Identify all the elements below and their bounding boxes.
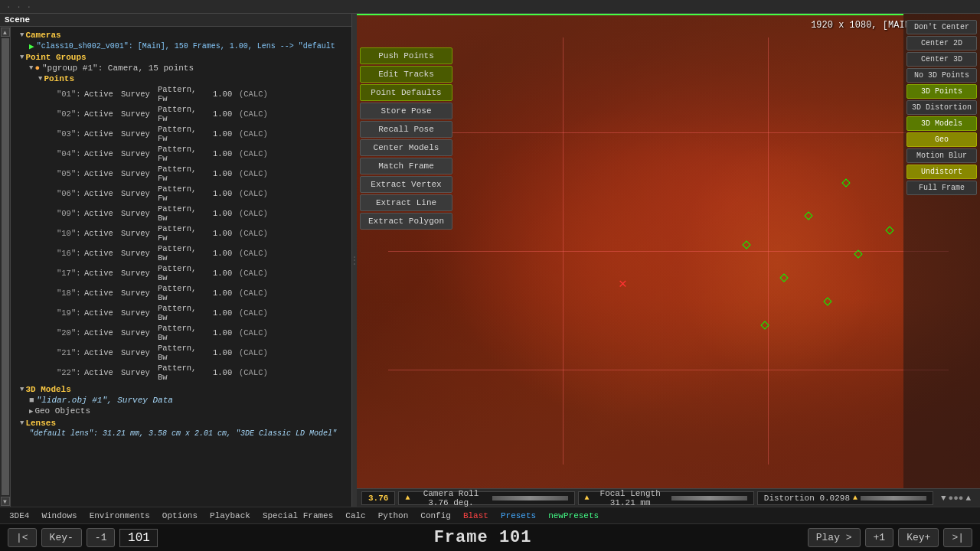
bottom-bar: |< Key- -1 Frame 101 Play > +1 Key+ >| <box>0 523 980 551</box>
scroll-thumb[interactable] <box>2 38 9 495</box>
point-row[interactable]: "20": Active Survey Pattern, Bw 1.00 (CA… <box>11 323 351 343</box>
full-frame-btn[interactable]: Full Frame <box>906 181 977 195</box>
menu-3de4[interactable]: 3DE4 <box>3 510 35 522</box>
geo-objects-label: Geo Objects <box>34 406 90 416</box>
frame-label: Frame 101 <box>434 528 532 547</box>
extract-vertex-btn[interactable]: Extract Vertex <box>360 176 452 193</box>
menu-config[interactable]: Config <box>414 510 457 522</box>
model-icon: ■ <box>29 396 34 405</box>
nav-key-prev-btn[interactable]: Key- <box>41 528 82 547</box>
roll-slider[interactable]: ▲ Camera Roll 3.76 deg. <box>398 491 574 505</box>
right-buttons-panel: Don't CenterCenter 2DCenter 3DNo 3D Poin… <box>903 14 980 488</box>
store-pose-btn[interactable]: Store Pose <box>360 103 452 119</box>
left-scrollbar[interactable]: ▲ ▼ <box>0 27 11 507</box>
menu-newpresets[interactable]: newPresets <box>542 510 605 522</box>
undistort-btn[interactable]: Undistort <box>906 165 977 179</box>
action-buttons-panel: Push PointsEdit TracksPoint DefaultsStor… <box>357 44 456 233</box>
point-groups-section[interactable]: ▼ Point Groups <box>11 52 351 63</box>
model-item[interactable]: ■ "lidar.obj #1", Survey Data <box>11 395 351 406</box>
point-row[interactable]: "01": Active Survey Pattern, Fw 1.00 (CA… <box>11 84 351 104</box>
top-bar-handle: · · · <box>0 2 38 11</box>
camera-item[interactable]: ▶ "class10_sh002_v001": [Main], 150 Fram… <box>11 41 351 52</box>
geo-objects-item[interactable]: ▶ Geo Objects <box>11 406 351 416</box>
motion-blur-btn[interactable]: Motion Blur <box>906 148 977 163</box>
match-frame-btn[interactable]: Match Frame <box>360 158 452 174</box>
scroll-down-btn[interactable]: ▼ <box>1 497 10 506</box>
focal-track <box>671 496 747 500</box>
point-row[interactable]: "19": Active Survey Pattern, Bw 1.00 (CA… <box>11 303 351 323</box>
nav-key-next-btn[interactable]: Key+ <box>898 528 939 547</box>
point-row[interactable]: "09": Active Survey Pattern, Bw 1.00 (CA… <box>11 204 351 223</box>
scene-tree: ▼ Cameras ▶ "class10_sh002_v001": [Main]… <box>11 27 351 507</box>
menu-items: 3DE4WindowsEnvironmentsOptionsPlaybackSp… <box>3 510 605 522</box>
nav-end-btn[interactable]: >| <box>943 528 972 547</box>
no-3d-points-btn[interactable]: No 3D Points <box>906 68 977 83</box>
point-row[interactable]: "03": Active Survey Pattern, Fw 1.00 (CA… <box>11 124 351 144</box>
dont-center-btn[interactable]: Don't Center <box>906 20 977 34</box>
point-row[interactable]: "21": Active Survey Pattern, Bw 1.00 (CA… <box>11 343 351 363</box>
3d-models-btn[interactable]: 3D Models <box>906 116 977 131</box>
menu-presets[interactable]: Presets <box>495 510 542 522</box>
camera-name: "class10_sh002_v001": [Main], 150 Frames… <box>37 42 335 51</box>
point-row[interactable]: "18": Active Survey Pattern, Bw 1.00 (CA… <box>11 283 351 303</box>
frame-number-input[interactable] <box>119 529 158 547</box>
point-row[interactable]: "02": Active Survey Pattern, Fw 1.00 (CA… <box>11 104 351 124</box>
menu-options[interactable]: Options <box>156 510 204 522</box>
cameras-label: Cameras <box>25 31 60 40</box>
push-points-btn[interactable]: Push Points <box>360 47 452 64</box>
distortion-track <box>861 496 926 500</box>
distortion-slider[interactable]: Distortion 0.0298 ▲ <box>757 491 933 505</box>
point-row[interactable]: "22": Active Survey Pattern, Bw 1.00 (CA… <box>11 363 351 383</box>
nav-start-btn[interactable]: |< <box>8 528 37 547</box>
pgroup-expand: ▼ <box>29 64 33 72</box>
focal-slider[interactable]: ▲ Focal Length 31.21 mm <box>578 491 754 505</box>
model-name: "lidar.obj #1", Survey Data <box>37 396 173 405</box>
geo-expand: ▶ <box>29 407 33 416</box>
nav-step-back-btn[interactable]: -1 <box>87 528 116 547</box>
extract-line-btn[interactable]: Extract Line <box>360 194 452 211</box>
3d-points-btn[interactable]: 3D Points <box>906 84 977 99</box>
cameras-section[interactable]: ▼ Cameras <box>11 30 351 41</box>
nav-play-btn[interactable]: Play > <box>808 528 861 547</box>
recall-pose-btn[interactable]: Recall Pose <box>360 121 452 138</box>
roll-status: 3.76 <box>361 491 395 505</box>
menu-special-frames[interactable]: Special Frames <box>256 510 339 522</box>
menu-python[interactable]: Python <box>372 510 415 522</box>
lenses-section[interactable]: ▼ Lenses <box>11 418 351 429</box>
menu-playback[interactable]: Playback <box>204 510 256 522</box>
point-row[interactable]: "10": Active Survey Pattern, Fw 1.00 (CA… <box>11 223 351 243</box>
nav-step-fwd-btn[interactable]: +1 <box>865 528 894 547</box>
scroll-up-btn[interactable]: ▲ <box>1 28 10 37</box>
center-3d-btn[interactable]: Center 3D <box>906 52 977 67</box>
pgroup-name: "pgroup #1": Camera, 15 points <box>42 64 194 73</box>
menu-calc[interactable]: Calc <box>339 510 371 522</box>
lens-item[interactable]: "default lens": 31.21 mm, 3.58 cm x 2.01… <box>11 429 351 439</box>
models-section[interactable]: ▼ 3D Models <box>11 384 351 395</box>
point-row[interactable]: "04": Active Survey Pattern, Fw 1.00 (CA… <box>11 144 351 164</box>
center-2d-btn[interactable]: Center 2D <box>906 36 977 51</box>
points-section[interactable]: ▼ Points <box>11 73 351 84</box>
roll-track <box>492 496 568 500</box>
center-models-btn[interactable]: Center Models <box>360 139 452 156</box>
focal-label: Focal Length 31.21 mm <box>593 489 668 507</box>
3d-distortion-btn[interactable]: 3D Distortion <box>906 100 977 115</box>
point-row[interactable]: "06": Active Survey Pattern, Fw 1.00 (CA… <box>11 184 351 204</box>
menu-environments[interactable]: Environments <box>83 510 156 522</box>
point-groups-label: Point Groups <box>25 53 86 62</box>
distortion-label: Distortion 0.0298 <box>764 494 850 503</box>
menu-windows[interactable]: Windows <box>35 510 83 522</box>
point-row[interactable]: "05": Active Survey Pattern, Fw 1.00 (CA… <box>11 164 351 184</box>
point-defaults-btn[interactable]: Point Defaults <box>360 84 452 101</box>
viewport[interactable]: ✕ 1920 x 1080, [MAIN], 31.21 mm Push Poi… <box>357 14 980 488</box>
models-expand: ▼ <box>20 386 24 393</box>
roll-label: Camera Roll 3.76 deg. <box>413 489 488 507</box>
menu-blast[interactable]: Blast <box>457 510 495 522</box>
focal-triangle: ▲ <box>585 494 590 502</box>
pgroup-item[interactable]: ▼ ● "pgroup #1": Camera, 15 points <box>11 63 351 73</box>
edit-tracks-btn[interactable]: Edit Tracks <box>360 66 452 83</box>
point-row[interactable]: "16": Active Survey Pattern, Bw 1.00 (CA… <box>11 243 351 263</box>
geo-btn[interactable]: Geo <box>906 132 977 147</box>
models-label: 3D Models <box>25 385 70 394</box>
extract-polygon-btn[interactable]: Extract Polygon <box>360 213 452 230</box>
point-row[interactable]: "17": Active Survey Pattern, Bw 1.00 (CA… <box>11 263 351 283</box>
